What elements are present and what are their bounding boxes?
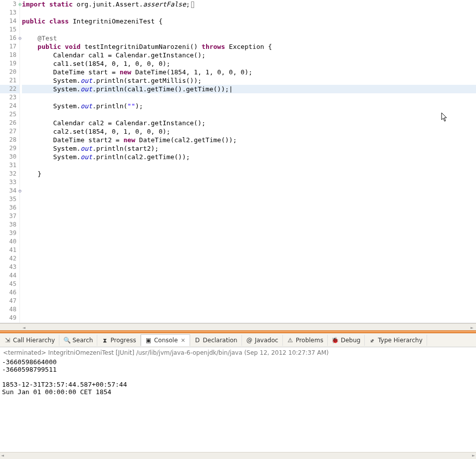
code-line[interactable] bbox=[22, 93, 476, 102]
line-number: 3 bbox=[0, 0, 19, 8]
code-line[interactable] bbox=[22, 212, 476, 221]
tab-call-hierarchy[interactable]: ⇲Call Hierarchy bbox=[0, 335, 59, 346]
line-number: 19 bbox=[0, 59, 19, 68]
code-line[interactable] bbox=[22, 263, 476, 271]
debug-icon: 🐞 bbox=[332, 337, 339, 344]
line-number: 47 bbox=[0, 297, 19, 305]
tab-console[interactable]: ▣Console✕ bbox=[141, 334, 190, 346]
code-line[interactable] bbox=[22, 314, 476, 322]
code-line[interactable]: System.out.println(cal2.getTime()); bbox=[22, 153, 476, 161]
tab-debug[interactable]: 🐞Debug bbox=[328, 335, 365, 346]
line-number: 20 bbox=[0, 68, 19, 76]
code-line[interactable] bbox=[22, 229, 476, 237]
tab-label: Type Hierarchy bbox=[378, 337, 422, 344]
tab-label: Console bbox=[154, 337, 178, 344]
code-line[interactable]: System.out.println(""); bbox=[22, 102, 476, 110]
scroll-left-icon[interactable]: ◄ bbox=[20, 324, 28, 331]
code-line[interactable] bbox=[22, 25, 476, 34]
code-line[interactable] bbox=[22, 246, 476, 254]
code-line[interactable] bbox=[22, 221, 476, 229]
line-number: 42 bbox=[0, 254, 19, 263]
editor-horizontal-scrollbar[interactable]: ◄ ► bbox=[0, 323, 476, 330]
line-number: 21 bbox=[0, 76, 19, 85]
code-line[interactable] bbox=[22, 254, 476, 263]
view-tabs: ⇲Call Hierarchy🔍Search⧗Progress▣Console✕… bbox=[0, 333, 476, 347]
scroll-right-icon[interactable]: ► bbox=[468, 324, 476, 331]
code-line[interactable] bbox=[22, 178, 476, 187]
tab-problems[interactable]: ⚠Problems bbox=[283, 335, 328, 346]
close-icon[interactable]: ✕ bbox=[181, 337, 185, 344]
line-number: 30 bbox=[0, 153, 19, 161]
tab-label: Progress bbox=[110, 337, 136, 344]
line-number: 31 bbox=[0, 161, 19, 170]
code-line[interactable]: import static org.junit.Assert.assertFal… bbox=[22, 0, 476, 8]
type-hier-icon: ⸙ bbox=[369, 337, 376, 344]
code-line[interactable]: } bbox=[22, 170, 476, 178]
code-line[interactable]: public void testIntegritniDatumNarozeni(… bbox=[22, 42, 476, 51]
line-number: 38 bbox=[0, 221, 19, 229]
problems-icon: ⚠ bbox=[287, 337, 294, 344]
code-line[interactable]: System.out.println(start.getMillis()); bbox=[22, 76, 476, 85]
code-line[interactable] bbox=[22, 237, 476, 246]
code-line[interactable] bbox=[22, 297, 476, 305]
tab-search[interactable]: 🔍Search bbox=[59, 335, 97, 346]
code-line[interactable] bbox=[22, 280, 476, 288]
code-line[interactable] bbox=[22, 204, 476, 212]
code-line[interactable]: Calendar cal1 = Calendar.getInstance(); bbox=[22, 51, 476, 59]
tab-label: Javadoc bbox=[255, 337, 278, 344]
line-number: 40 bbox=[0, 237, 19, 246]
code-line[interactable] bbox=[22, 187, 476, 195]
line-number: 27 bbox=[0, 127, 19, 136]
tab-declaration[interactable]: DDeclaration bbox=[190, 335, 242, 346]
code-line[interactable]: Calendar cal2 = Calendar.getInstance(); bbox=[22, 119, 476, 127]
code-line[interactable] bbox=[22, 8, 476, 17]
code-line[interactable] bbox=[22, 161, 476, 170]
code-line[interactable]: System.out.println(cal1.getTime().getTim… bbox=[22, 85, 476, 93]
line-number: 45 bbox=[0, 280, 19, 288]
line-number: 28 bbox=[0, 136, 19, 144]
tab-label: Call Hierarchy bbox=[13, 337, 55, 344]
search-icon: 🔍 bbox=[63, 337, 70, 344]
code-line[interactable]: System.out.println(start2); bbox=[22, 144, 476, 153]
progress-icon: ⧗ bbox=[101, 337, 108, 344]
line-number: 32 bbox=[0, 170, 19, 178]
line-number: 44 bbox=[0, 271, 19, 280]
javadoc-icon: @ bbox=[246, 337, 253, 344]
line-number: 36 bbox=[0, 204, 19, 212]
declaration-icon: D bbox=[194, 337, 201, 344]
code-line[interactable] bbox=[22, 271, 476, 280]
code-line[interactable] bbox=[22, 195, 476, 204]
code-area[interactable]: import static org.junit.Assert.assertFal… bbox=[20, 0, 476, 323]
code-line[interactable]: cal2.set(1854, 0, 1, 0, 0, 0); bbox=[22, 127, 476, 136]
line-number: 46 bbox=[0, 288, 19, 297]
line-number: 23 bbox=[0, 93, 19, 102]
console-horizontal-scrollbar[interactable] bbox=[0, 452, 476, 459]
code-line[interactable]: @Test bbox=[22, 34, 476, 42]
line-number: 25 bbox=[0, 110, 19, 119]
tab-label: Declaration bbox=[203, 337, 238, 344]
line-number-gutter: 3131415161718192021222324252627282930313… bbox=[0, 0, 20, 323]
line-number: 24 bbox=[0, 102, 19, 110]
line-number: 39 bbox=[0, 229, 19, 237]
tab-progress[interactable]: ⧗Progress bbox=[97, 335, 140, 346]
code-line[interactable]: DateTime start = new DateTime(1854, 1, 1… bbox=[22, 68, 476, 76]
console-output[interactable]: -3660598664000 -3660598799511 1853-12-31… bbox=[0, 358, 476, 452]
code-line[interactable] bbox=[22, 305, 476, 314]
code-line[interactable]: DateTime start2 = new DateTime(cal2.getT… bbox=[22, 136, 476, 144]
tab-label: Problems bbox=[296, 337, 323, 344]
console-icon: ▣ bbox=[145, 337, 152, 344]
line-number: 41 bbox=[0, 246, 19, 254]
code-line[interactable] bbox=[22, 110, 476, 119]
console-process-header: <terminated> IntegritniOmezeniTest [JUni… bbox=[0, 347, 476, 358]
tab-label: Search bbox=[72, 337, 93, 344]
code-line[interactable]: cal1.set(1854, 0, 1, 0, 0, 0); bbox=[22, 59, 476, 68]
line-number: 34 bbox=[0, 187, 19, 195]
folded-indicator-icon bbox=[191, 1, 194, 8]
code-line[interactable]: public class IntegritniOmezeniTest { bbox=[22, 17, 476, 25]
line-number: 17 bbox=[0, 42, 19, 51]
code-editor[interactable]: 3131415161718192021222324252627282930313… bbox=[0, 0, 476, 323]
tab-javadoc[interactable]: @Javadoc bbox=[242, 335, 283, 346]
line-number: 49 bbox=[0, 314, 19, 322]
code-line[interactable] bbox=[22, 288, 476, 297]
tab-type-hierarchy[interactable]: ⸙Type Hierarchy bbox=[365, 335, 427, 346]
